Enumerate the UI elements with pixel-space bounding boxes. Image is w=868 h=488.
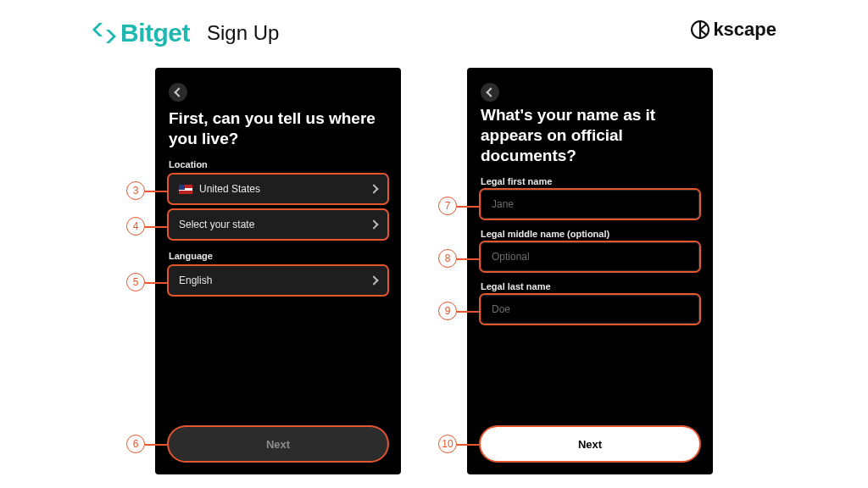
back-button[interactable] (169, 83, 187, 102)
callout-4-line (145, 226, 169, 228)
location-label: Location (169, 159, 208, 169)
callout-7-line (457, 206, 481, 208)
first-name-placeholder: Jane (492, 198, 514, 210)
next-button[interactable]: Next (481, 427, 699, 461)
country-value: United States (199, 183, 260, 195)
chevron-right-icon (369, 184, 378, 193)
kscape-logo-text: kscape (713, 19, 776, 41)
callout-4: 4 (126, 217, 145, 236)
callout-9-line (457, 311, 481, 313)
language-value: English (179, 274, 212, 286)
first-name-input[interactable]: Jane (481, 190, 699, 219)
bitget-logo: Bitget (92, 19, 190, 47)
next-button-label: Next (266, 438, 290, 451)
callout-8: 8 (438, 249, 457, 268)
callout-5-line (145, 282, 169, 284)
screen-location: First, can you tell us where you live? L… (155, 68, 401, 474)
callout-10: 10 (438, 435, 457, 453)
callout-8-line (457, 258, 481, 260)
last-name-placeholder: Doe (492, 303, 510, 315)
bitget-logo-text: Bitget (120, 19, 190, 47)
callout-9: 9 (438, 302, 457, 320)
last-name-label: Legal last name (481, 281, 551, 291)
us-flag-icon (179, 185, 192, 194)
kscape-logo-icon (691, 20, 709, 39)
back-button[interactable] (481, 83, 499, 102)
chevron-right-icon (369, 219, 378, 229)
next-button-label: Next (578, 438, 602, 451)
language-select[interactable]: English (169, 266, 387, 295)
country-select[interactable]: United States (169, 175, 387, 203)
callout-7: 7 (438, 197, 457, 215)
middle-name-input[interactable]: Optional (481, 242, 699, 271)
state-placeholder: Select your state (179, 219, 254, 230)
callout-6: 6 (126, 435, 145, 453)
kscape-logo: kscape (691, 19, 776, 41)
screen-title: First, can you tell us where you live? (169, 108, 387, 149)
state-select[interactable]: Select your state (169, 210, 387, 239)
language-label: Language (169, 251, 213, 261)
screen-name: What's your name as it appears on offici… (467, 68, 713, 474)
chevron-right-icon (369, 275, 378, 285)
middle-name-placeholder: Optional (492, 251, 530, 263)
page-title: Sign Up (207, 21, 279, 45)
callout-6-line (145, 444, 169, 446)
callout-3-line (145, 191, 169, 192)
bitget-logo-icon (92, 20, 117, 46)
first-name-label: Legal first name (481, 176, 552, 186)
last-name-input[interactable]: Doe (481, 295, 699, 324)
middle-name-label: Legal middle name (optional) (481, 229, 609, 239)
callout-10-line (457, 444, 481, 446)
screen-title: What's your name as it appears on offici… (481, 105, 699, 165)
callout-3: 3 (126, 181, 145, 200)
next-button[interactable]: Next (169, 427, 387, 461)
callout-5: 5 (126, 273, 145, 291)
